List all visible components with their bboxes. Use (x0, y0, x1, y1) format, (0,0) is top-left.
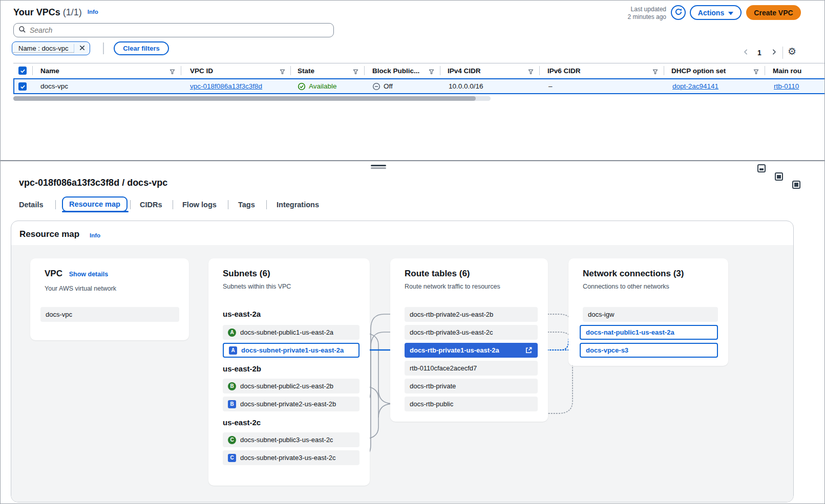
tab-active-underline (62, 211, 129, 212)
clear-filters-button[interactable]: Clear filters (114, 41, 169, 55)
vpc-column-subtitle: Your AWS virtual network (45, 285, 116, 292)
actions-button[interactable]: Actions (690, 5, 742, 20)
private-subnet-badge: A (229, 346, 237, 355)
network-connections-column-card: Network connections (3) Connections to o… (568, 258, 728, 366)
create-vpc-button[interactable]: Create VPC (746, 5, 801, 20)
connection-node[interactable]: docs-igw (583, 307, 718, 322)
table-header: Name VPC ID State Block Public... IPv4 C… (13, 63, 825, 78)
last-updated-value: 2 minutes ago (628, 13, 666, 21)
subnet-node[interactable]: A docs-subnet-public1-us-east-2a (223, 325, 359, 340)
vpc-column-title: VPC Show details (45, 269, 108, 279)
subnets-column-card: Subnets (6) Subnets within this VPC us-e… (208, 258, 370, 486)
filter-funnel-icon[interactable] (170, 68, 175, 77)
caret-down-icon (728, 9, 733, 17)
col-header-name[interactable]: Name (40, 63, 59, 78)
route-table-node[interactable]: docs-rtb-public (405, 397, 538, 411)
tab-details[interactable]: Details (19, 198, 44, 211)
refresh-button[interactable] (671, 5, 686, 20)
col-header-ipv4[interactable]: IPv4 CIDR (448, 63, 481, 78)
row-main-route-link[interactable]: rtb-0110 (774, 79, 799, 93)
clear-filters-label: Clear filters (123, 45, 160, 52)
route-table-label: docs-rtb-private1-us-east-2a (410, 346, 499, 354)
route-table-node[interactable]: docs-rtb-private3-us-east-2c (405, 325, 538, 340)
vpc-show-details-link[interactable]: Show details (69, 271, 108, 278)
subnet-node[interactable]: C docs-subnet-public3-us-east-2c (223, 432, 359, 447)
table-settings-gear-icon[interactable]: ⚙ (788, 46, 796, 57)
horizontal-scrollbar-thumb[interactable] (13, 96, 476, 101)
col-header-block-public[interactable]: Block Public... (372, 63, 419, 78)
search-box (13, 23, 334, 37)
route-table-node-selected[interactable]: docs-rtb-private1-us-east-2a (405, 343, 538, 358)
filter-funnel-icon[interactable] (353, 68, 358, 77)
col-header-main-route[interactable]: Main rou (773, 63, 801, 78)
panel-size-full-icon[interactable] (792, 181, 800, 189)
row-dhcp-link[interactable]: dopt-2ac94141 (672, 79, 718, 93)
column-divider (765, 66, 765, 75)
external-link-icon[interactable] (525, 346, 533, 354)
vpc-title-text: VPC (45, 269, 62, 278)
subnet-node[interactable]: B docs-subnet-private2-us-east-2b (223, 397, 359, 411)
subnet-node[interactable]: B docs-subnet-public2-us-east-2b (223, 379, 359, 393)
filter-funnel-icon[interactable] (280, 68, 285, 77)
resource-map-card: Resource map Info (11, 221, 794, 502)
connection-node-highlighted[interactable]: docs-nat-public1-us-east-2a (580, 325, 718, 340)
network-connections-column-subtitle: Connections to other networks (583, 283, 669, 290)
col-header-vpc-id[interactable]: VPC ID (190, 63, 213, 78)
select-all-checkbox[interactable] (18, 67, 27, 75)
page-title-text: Your VPCs (13, 7, 60, 17)
page-number[interactable]: 1 (753, 47, 766, 59)
az-header: us-east-2c (223, 418, 261, 427)
row-name: docs-vpc (40, 79, 68, 93)
row-checkbox[interactable] (18, 82, 27, 91)
subnet-label: docs-subnet-public1-us-east-2a (240, 328, 333, 336)
col-header-dhcp[interactable]: DHCP option set (671, 63, 726, 78)
status-available-icon (298, 82, 306, 91)
subnet-node-selected[interactable]: A docs-subnet-private1-us-east-2a (223, 343, 359, 358)
col-header-state[interactable]: State (298, 63, 314, 78)
split-panel-drag-handle[interactable] (371, 167, 386, 169)
private-subnet-badge: C (228, 454, 236, 462)
tab-divider (130, 200, 131, 209)
close-icon (79, 44, 86, 53)
route-table-node[interactable]: rtb-0110cface2acecfd7 (405, 361, 538, 376)
filter-funnel-icon[interactable] (528, 68, 534, 77)
prev-page-button[interactable] (739, 47, 752, 59)
search-input[interactable] (30, 26, 329, 34)
subnet-label: docs-subnet-public3-us-east-2c (240, 436, 333, 444)
filter-funnel-icon[interactable] (652, 68, 658, 77)
next-page-button[interactable] (768, 47, 780, 59)
route-table-node[interactable]: docs-rtb-private2-us-east-2b (405, 307, 538, 322)
panel-size-half-icon[interactable] (775, 172, 783, 181)
col-header-ipv6[interactable]: IPv6 CIDR (547, 63, 581, 78)
vpc-node-label: docs-vpc (46, 311, 72, 318)
token-dismiss-button[interactable] (74, 42, 90, 55)
vpc-node[interactable]: docs-vpc (40, 307, 179, 322)
subnet-node[interactable]: C docs-subnet-private3-us-east-2c (223, 450, 359, 465)
filter-funnel-icon[interactable] (429, 68, 434, 77)
panel-size-small-icon[interactable] (757, 164, 766, 172)
route-table-node[interactable]: docs-rtb-private (405, 379, 538, 393)
tab-divider (55, 200, 56, 209)
tab-resource-map[interactable]: Resource map (62, 196, 128, 212)
tab-cidrs[interactable]: CIDRs (140, 198, 162, 211)
chevron-left-icon (743, 48, 749, 57)
tab-flow-logs[interactable]: Flow logs (182, 198, 217, 211)
page-info-link[interactable]: Info (88, 9, 98, 15)
row-vpc-id-link[interactable]: vpc-018f086a13f3c3f8d (190, 79, 262, 93)
connection-node-highlighted[interactable]: docs-vpce-s3 (580, 343, 718, 358)
resource-map-info-link[interactable]: Info (90, 232, 100, 238)
row-ipv6-cidr: – (548, 79, 553, 93)
subnet-label: docs-subnet-public2-us-east-2b (240, 382, 333, 390)
tab-integrations[interactable]: Integrations (277, 198, 319, 211)
row-state: Available (298, 79, 337, 93)
filter-funnel-icon[interactable] (753, 68, 759, 77)
table-row[interactable]: docs-vpc vpc-018f086a13f3c3f8d Available… (13, 78, 825, 94)
row-state-text: Available (309, 79, 337, 93)
az-header: us-east-2b (223, 364, 261, 373)
subnet-label: docs-subnet-private1-us-east-2a (241, 346, 344, 354)
tab-tags[interactable]: Tags (238, 198, 255, 211)
split-panel-divider (1, 160, 825, 161)
vpc-console-page: Your VPCs (1/1) Info Last updated 2 minu… (0, 0, 825, 504)
filter-token-label: Name : docs-vpc (13, 45, 74, 53)
split-panel-drag-handle[interactable] (371, 165, 386, 166)
